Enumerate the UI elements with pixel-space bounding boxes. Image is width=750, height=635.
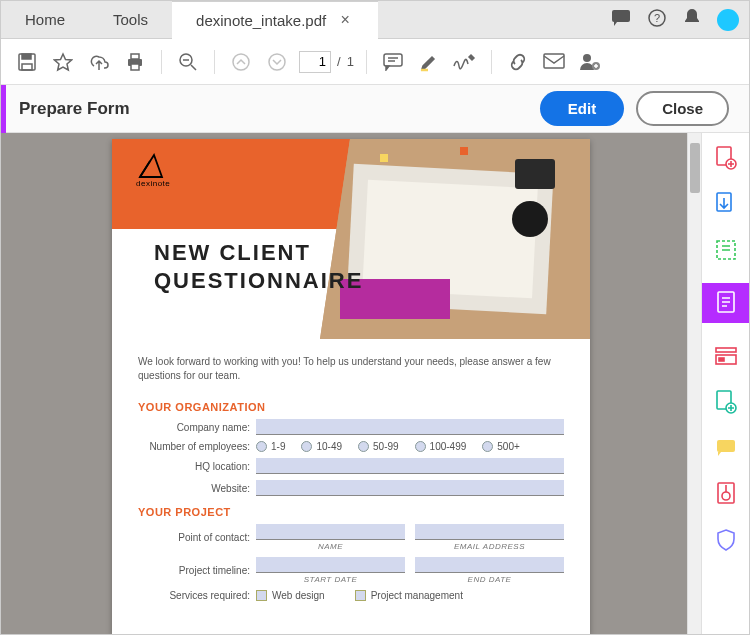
svg-rect-29 (716, 348, 736, 352)
svg-rect-0 (612, 10, 630, 22)
tab-document[interactable]: dexinote_intake.pdf × (172, 1, 378, 39)
canvas-area[interactable]: dexinote NEW CLIENT QUESTIONNAIRE We loo… (1, 133, 701, 634)
check-project-mgmt[interactable]: Project management (355, 590, 463, 601)
page-total: 1 (347, 54, 354, 69)
comment-bubble-icon[interactable] (611, 9, 631, 32)
brand-logo: dexinote (136, 153, 170, 188)
tab-home[interactable]: Home (1, 1, 89, 39)
page-indicator: / 1 (299, 51, 354, 73)
tab-tools[interactable]: Tools (89, 1, 172, 39)
user-avatar[interactable] (717, 9, 739, 31)
doc-title: NEW CLIENT QUESTIONNAIRE (154, 239, 363, 294)
compress-icon[interactable] (713, 481, 739, 507)
star-icon[interactable] (49, 48, 77, 76)
organize-icon[interactable] (713, 343, 739, 369)
page-down-icon[interactable] (263, 48, 291, 76)
radio-1-9[interactable]: 1-9 (256, 441, 285, 452)
toolbar: / 1 (1, 39, 749, 85)
sign-icon[interactable] (451, 48, 479, 76)
comment-tool-icon[interactable] (379, 48, 407, 76)
svg-point-36 (722, 492, 730, 500)
radio-500plus[interactable]: 500+ (482, 441, 520, 452)
section-organization: YOUR ORGANIZATION (138, 401, 564, 413)
page-number-input[interactable] (299, 51, 331, 73)
comment-icon[interactable] (713, 435, 739, 461)
protect-icon[interactable] (713, 527, 739, 553)
vertical-scrollbar[interactable] (687, 133, 701, 634)
export-pdf-icon[interactable] (713, 191, 739, 217)
doc-hero: dexinote NEW CLIENT QUESTIONNAIRE (112, 139, 590, 339)
link-icon[interactable] (504, 48, 532, 76)
svg-rect-31 (719, 358, 724, 361)
prepare-form-icon[interactable] (702, 283, 750, 323)
zoom-icon[interactable] (174, 48, 202, 76)
radio-10-49[interactable]: 10-49 (301, 441, 342, 452)
radio-50-99[interactable]: 50-99 (358, 441, 399, 452)
svg-point-11 (269, 54, 285, 70)
prepare-form-bar: Prepare Form Edit Close (1, 85, 749, 133)
svg-rect-21 (515, 159, 555, 189)
svg-rect-8 (131, 64, 139, 70)
pdf-document: dexinote NEW CLIENT QUESTIONNAIRE We loo… (112, 139, 590, 634)
document-viewport: ▸ dexinote NEW CLIENT QUESTIONNAIRE We l… (1, 133, 701, 634)
cloud-upload-icon[interactable] (85, 48, 113, 76)
poc-email-field[interactable] (415, 524, 564, 540)
print-icon[interactable] (121, 48, 149, 76)
check-web-design[interactable]: Web design (256, 590, 325, 601)
website-field[interactable] (256, 480, 564, 496)
radio-100-499[interactable]: 100-499 (415, 441, 467, 452)
notification-bell-icon[interactable] (683, 8, 701, 33)
company-name-field[interactable] (256, 419, 564, 435)
tab-bar: Home Tools dexinote_intake.pdf × ? (1, 1, 749, 39)
start-date-field[interactable] (256, 557, 405, 573)
add-person-icon[interactable] (576, 48, 604, 76)
close-tab-icon[interactable]: × (336, 11, 354, 29)
svg-point-14 (583, 54, 591, 62)
close-button[interactable]: Close (636, 91, 729, 126)
end-date-field[interactable] (415, 557, 564, 573)
svg-text:?: ? (654, 12, 660, 24)
help-icon[interactable]: ? (647, 8, 667, 33)
tools-rail (701, 133, 749, 634)
scroll-thumb[interactable] (690, 143, 700, 193)
edit-pdf-icon[interactable] (713, 237, 739, 263)
svg-rect-23 (460, 147, 468, 155)
intro-text: We look forward to working with you! To … (138, 355, 564, 383)
tab-document-label: dexinote_intake.pdf (196, 12, 326, 29)
poc-name-field[interactable] (256, 524, 405, 540)
svg-rect-4 (22, 54, 31, 59)
svg-rect-22 (380, 154, 388, 162)
svg-point-20 (512, 201, 548, 237)
svg-rect-12 (384, 54, 402, 66)
svg-rect-13 (544, 54, 564, 68)
create-pdf-icon[interactable] (713, 145, 739, 171)
svg-point-10 (233, 54, 249, 70)
highlight-icon[interactable] (415, 48, 443, 76)
combine-icon[interactable] (713, 389, 739, 415)
save-icon[interactable] (13, 48, 41, 76)
prepare-form-title: Prepare Form (19, 99, 130, 119)
hq-location-field[interactable] (256, 458, 564, 474)
section-project: YOUR PROJECT (138, 506, 564, 518)
edit-button[interactable]: Edit (540, 91, 624, 126)
accent-stripe (1, 85, 6, 133)
svg-rect-7 (131, 54, 139, 59)
page-up-icon[interactable] (227, 48, 255, 76)
svg-rect-5 (22, 64, 32, 70)
employees-radio-group: 1-9 10-49 50-99 100-499 500+ (256, 441, 564, 452)
email-icon[interactable] (540, 48, 568, 76)
svg-rect-34 (717, 440, 735, 452)
